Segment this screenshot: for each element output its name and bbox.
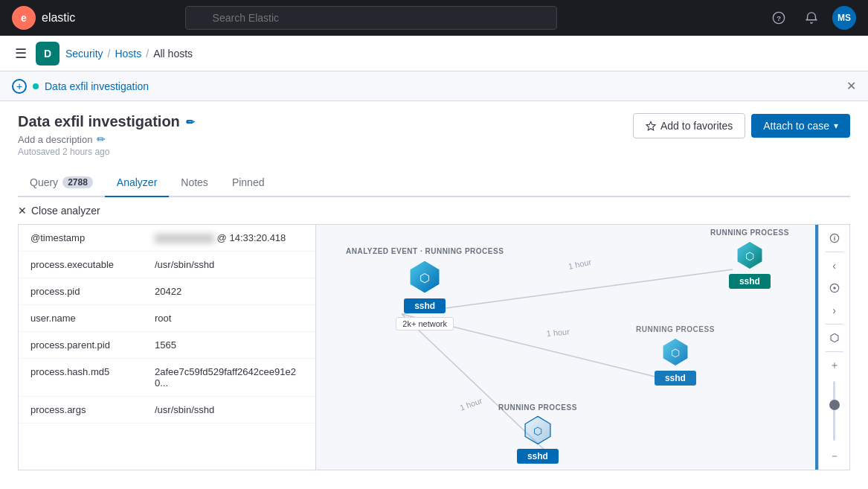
graph-info-button[interactable] [823,228,846,249]
tab-query[interactable]: Query 2788 [18,169,105,197]
graph-ctrl-separator-3 [826,351,843,352]
graph-zoom-out[interactable]: － [823,446,846,467]
close-x-icon: ✕ [18,205,27,217]
field-value-timestamp: @ 14:33:20.418 [155,232,286,243]
svg-text:1 hour: 1 hour [459,396,484,412]
tab-notes[interactable]: Notes [169,169,220,197]
field-name-md5: process.hash.md5 [30,366,146,389]
svg-text:?: ? [777,14,781,22]
notification-icon-btn[interactable] [800,6,823,30]
attach-button-label: Attach to case [763,120,829,132]
elastic-logo: e elastic [12,6,75,30]
info-icon [829,233,840,243]
nav-icons: ? MS [767,6,856,30]
node-top-right-label: sshd [729,274,771,289]
hexagon-icon [829,333,840,343]
node-main-cube-icon: ⬡ [405,258,444,296]
svg-text:⬡: ⬡ [745,251,754,262]
timeline-bar: + Data exfil investigation ✕ [0,71,868,101]
node-bottom-cube-icon: ⬡ [521,414,554,447]
node-mid-right[interactable]: RUNNING PROCESS ⬡ sshd [636,325,715,386]
graph-zoom-slider[interactable] [833,377,835,444]
investigation-desc: Add a description ✏ [18,133,195,145]
graph-ctrl-separator-1 [826,252,843,252]
help-icon-btn[interactable]: ? [767,6,791,30]
star-icon [646,121,656,131]
svg-text:e: e [21,12,27,24]
svg-text:⬡: ⬡ [671,348,680,359]
attach-to-case-button[interactable]: Attach to case ▾ [751,114,850,138]
investigation-header: Data exfil investigation ✏ Add a descrip… [18,113,850,157]
tab-pinned[interactable]: Pinned [220,169,277,197]
tabs-bar: Query 2788 Analyzer Notes Pinned [18,169,850,197]
analyzer-right-panel: 1 hour 1 hour 1 hour ANALYZED EVENT · RU… [316,225,849,470]
svg-text:1 hour: 1 hour [568,258,592,271]
main-content: Data exfil investigation ✏ Add a descrip… [0,101,868,482]
node-main-subtitle: ANALYZED EVENT · RUNNING PROCESS [346,247,504,255]
field-row-executable: process.executable /usr/sbin/sshd [19,252,315,278]
timeline-name[interactable]: Data exfil investigation [45,80,149,92]
close-analyzer-label: Close analyzer [31,205,100,217]
slider-thumb[interactable] [829,400,840,410]
center-icon [829,283,840,293]
tab-analyzer-label: Analyzer [117,176,157,188]
analyzer-left-panel: @timestamp @ 14:33:20.418 process.execut… [19,225,316,470]
notification-icon [805,11,818,25]
desc-edit-icon[interactable]: ✏ [97,133,106,145]
title-edit-icon[interactable]: ✏ [186,116,195,128]
search-input[interactable] [185,6,557,30]
field-row-username: user.name root [19,305,315,332]
field-name-executable: process.executable [30,259,146,270]
node-main[interactable]: ANALYZED EVENT · RUNNING PROCESS ⬡ sshd [346,247,504,330]
field-value-ppid: 1565 [155,339,176,351]
timeline-close-button[interactable]: ✕ [846,79,856,93]
graph-nav-left[interactable]: ‹ [823,255,846,276]
graph-ctrl-separator-2 [826,324,843,325]
help-icon: ? [772,11,785,25]
svg-marker-26 [831,333,838,342]
node-main-label: sshd [404,298,446,313]
add-to-favorites-button[interactable]: Add to favorites [633,113,745,138]
node-bottom-label: sshd [517,449,559,464]
field-value-pid: 20422 [155,286,181,297]
close-analyzer-bar[interactable]: ✕ Close analyzer [18,197,850,225]
breadcrumb-badge: D [36,42,60,65]
investigation-title-text: Data exfil investigation [18,113,180,130]
graph-controls: ‹ › ＋ [818,225,849,470]
graph-hexagon-button[interactable] [823,327,846,348]
tab-analyzer[interactable]: Analyzer [105,169,169,197]
field-value-md5: 2afee7c59fd529faff2642cee91e20... [155,366,303,389]
field-value-username: root [155,313,171,324]
svg-text:1 hour: 1 hour [546,327,570,338]
field-name-args: process.args [30,404,146,415]
add-description-text[interactable]: Add a description [18,134,92,145]
graph-center-button[interactable] [823,278,846,298]
investigation-title-section: Data exfil investigation ✏ Add a descrip… [18,113,195,157]
node-bottom-subtitle: RUNNING PROCESS [498,403,577,412]
breadcrumb-bar: ☰ D Security / Hosts / All hosts [0,36,868,71]
node-top-right-cube-icon: ⬡ [733,239,766,272]
attach-chevron-icon: ▾ [834,121,838,131]
field-name-ppid: process.parent.pid [30,339,146,351]
breadcrumb-hosts[interactable]: Hosts [115,48,141,60]
node-bottom[interactable]: RUNNING PROCESS ⬡ sshd [498,403,577,464]
tab-notes-label: Notes [181,176,208,188]
top-nav: e elastic ? MS [0,0,868,36]
svg-text:⬡: ⬡ [419,272,430,284]
breadcrumb-current: All hosts [153,48,193,60]
breadcrumb-security[interactable]: Security [65,48,103,60]
node-main-network-badge: 2k+ network [396,317,454,330]
graph-area[interactable]: 1 hour 1 hour 1 hour ANALYZED EVENT · RU… [316,225,849,470]
tab-query-badge: 2788 [62,176,93,188]
breadcrumb-separator-2: / [146,48,149,60]
node-top-right[interactable]: RUNNING PROCESS ⬡ sshd [710,228,789,289]
user-avatar[interactable]: MS [832,6,856,30]
graph-zoom-in[interactable]: ＋ [823,355,846,376]
graph-nav-right[interactable]: › [823,300,846,321]
field-row-md5: process.hash.md5 2afee7c59fd529faff2642c… [19,359,315,397]
investigation-actions: Add to favorites Attach to case ▾ [633,113,850,138]
field-name-pid: process.pid [30,286,146,297]
tab-query-label: Query [30,176,58,188]
timeline-add-button[interactable]: + [12,79,27,94]
hamburger-button[interactable]: ☰ [12,42,30,65]
